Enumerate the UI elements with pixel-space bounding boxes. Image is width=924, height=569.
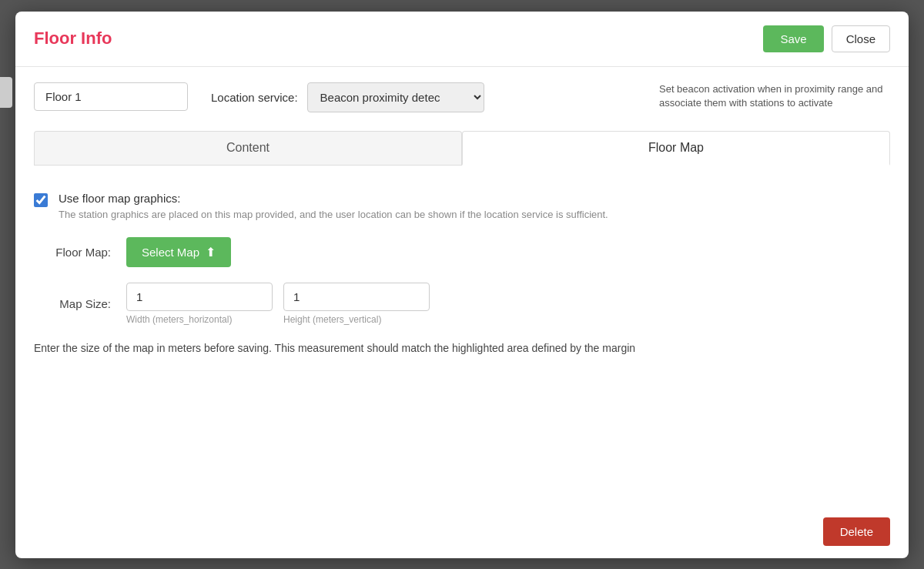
- use-floor-map-row: Use floor map graphics: The station grap…: [34, 192, 890, 222]
- width-input-group: Width (meters_horizontal): [126, 283, 273, 325]
- use-floor-map-label-group: Use floor map graphics: The station grap…: [59, 192, 608, 222]
- floor-name-input[interactable]: [34, 82, 188, 111]
- modal-body: Location service: Beacon proximity detec…: [15, 67, 909, 505]
- page-title: Floor Info: [34, 28, 112, 49]
- use-floor-map-label: Use floor map graphics:: [59, 192, 608, 205]
- location-service-select[interactable]: Beacon proximity detec GPS WiFi: [307, 82, 484, 112]
- tabs: Content Floor Map: [34, 131, 890, 166]
- height-sublabel: Height (meters_vertical): [283, 314, 430, 325]
- modal-header: Floor Info Save Close: [15, 12, 909, 67]
- upload-icon: ⬆: [206, 245, 216, 259]
- floor-map-label: Floor Map:: [34, 246, 111, 259]
- width-sublabel: Width (meters_horizontal): [126, 314, 273, 325]
- select-map-button[interactable]: Select Map ⬆: [126, 237, 231, 267]
- map-size-note: Enter the size of the map in meters befo…: [34, 340, 727, 356]
- height-input[interactable]: [283, 283, 430, 311]
- map-size-row: Map Size: Width (meters_horizontal) Heig…: [34, 283, 890, 325]
- use-floor-map-sublabel: The station graphics are placed on this …: [59, 208, 608, 222]
- select-map-label: Select Map: [142, 246, 199, 259]
- left-edge-indicator: [0, 77, 12, 108]
- map-size-label: Map Size:: [34, 297, 111, 310]
- location-service-group: Location service: Beacon proximity detec…: [211, 82, 484, 112]
- tab-content[interactable]: Content: [34, 131, 462, 165]
- delete-button[interactable]: Delete: [823, 517, 890, 546]
- floor-map-row: Floor Map: Select Map ⬆: [34, 237, 890, 267]
- tab-floor-map[interactable]: Floor Map: [462, 131, 890, 166]
- floor-map-tab-content: Use floor map graphics: The station grap…: [34, 184, 890, 505]
- modal-dialog: Floor Info Save Close Location service: …: [15, 12, 909, 558]
- map-size-inputs: Width (meters_horizontal) Height (meters…: [126, 283, 430, 325]
- use-floor-map-checkbox[interactable]: [34, 193, 48, 207]
- header-buttons: Save Close: [763, 25, 890, 52]
- save-button[interactable]: Save: [763, 25, 823, 52]
- modal-footer: Delete: [15, 505, 909, 558]
- beacon-description: Set beacon activation when in proximity …: [659, 82, 890, 110]
- map-size-inputs-row: Width (meters_horizontal) Height (meters…: [126, 283, 430, 325]
- location-service-label: Location service:: [211, 91, 298, 104]
- top-section: Location service: Beacon proximity detec…: [34, 82, 890, 112]
- close-button[interactable]: Close: [832, 25, 890, 52]
- height-input-group: Height (meters_vertical): [283, 283, 430, 325]
- width-input[interactable]: [126, 283, 273, 311]
- modal-overlay: Floor Info Save Close Location service: …: [0, 0, 924, 569]
